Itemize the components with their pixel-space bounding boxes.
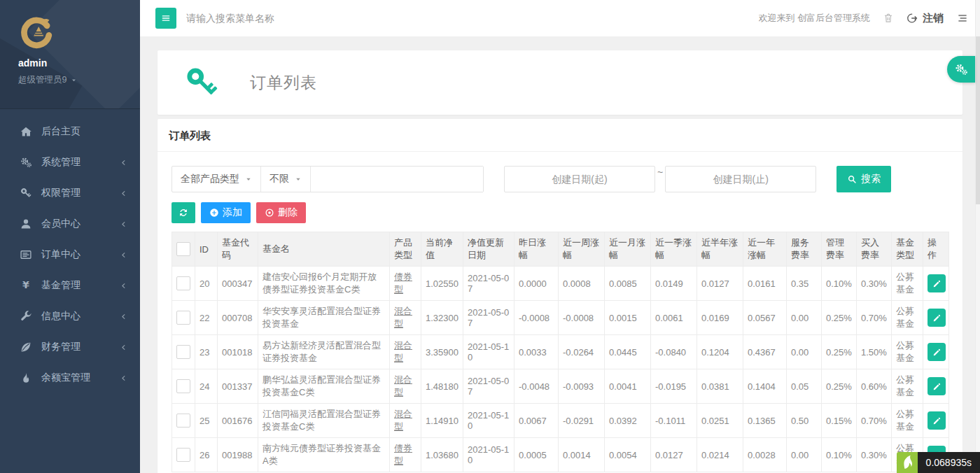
row-checkbox[interactable]	[176, 379, 190, 393]
search-button[interactable]: 搜索	[836, 166, 891, 192]
edit-row-button[interactable]	[927, 377, 946, 395]
cell-chg_quarter: 0.0127	[651, 438, 697, 472]
cell-nav: 1.03680	[421, 438, 463, 472]
date-to-input[interactable]	[665, 166, 816, 192]
row-check-cell	[172, 267, 195, 301]
cell-chg_month: 0.0041	[605, 369, 651, 404]
chevron-left-icon	[120, 344, 127, 351]
add-button[interactable]: 添加	[201, 202, 251, 223]
logout-icon	[906, 13, 918, 24]
sidebar-item-order[interactable]: 订单中心	[0, 239, 140, 270]
col-header-chg_week: 近一周涨幅	[559, 232, 605, 267]
sidebar-item-info[interactable]: 信息中心	[0, 301, 140, 332]
page-scrollbar[interactable]	[975, 0, 980, 473]
topbar: 欢迎来到 创富后台管理系统 注销	[140, 0, 980, 36]
theme-settings-tab[interactable]	[947, 56, 975, 83]
row-checkbox[interactable]	[176, 276, 190, 290]
cell-id: 23	[195, 335, 218, 369]
cell-mgmt_fee: 0.25%	[822, 301, 857, 335]
cell-code: 001018	[218, 335, 258, 369]
col-header-nav_date: 净值更新日期	[463, 232, 514, 267]
select-all-checkbox[interactable]	[176, 242, 190, 256]
sidebar-item-finance[interactable]: 财务管理	[0, 332, 140, 362]
col-header-type: 产品类型	[390, 232, 421, 267]
cell-nav_date: 2021-05-07	[463, 369, 514, 404]
cell-buy_fee: 1.50%	[857, 335, 892, 369]
sidebar-item-yuebao[interactable]: 余额宝管理	[0, 362, 140, 393]
cell-name: 易方达新经济灵活配置混合型证券投资基金	[258, 335, 390, 369]
home-icon	[20, 125, 32, 138]
logout-label: 注销	[923, 12, 944, 25]
delete-button[interactable]: 删除	[256, 202, 306, 223]
row-checkbox[interactable]	[176, 414, 190, 428]
clear-cache-button[interactable]	[883, 13, 894, 24]
row-check-cell	[172, 438, 195, 472]
cell-chg_day: 0.0033	[514, 335, 559, 369]
row-checkbox[interactable]	[176, 311, 190, 325]
row-checkbox[interactable]	[176, 345, 190, 359]
thinkphp-flame-icon[interactable]	[897, 452, 918, 473]
cell-chg_week: -0.0008	[559, 301, 605, 335]
sidebar-item-fund[interactable]: ¥基金管理	[0, 270, 140, 301]
cell-action	[923, 335, 949, 369]
edit-row-button[interactable]	[927, 309, 946, 327]
cell-nav: 1.32300	[421, 301, 463, 335]
table-row: 24001337鹏华弘益灵活配置混合型证券投资基金C类混合型1.48180202…	[172, 369, 949, 404]
user-icon	[20, 218, 32, 230]
scope-select[interactable]: 不限	[261, 167, 311, 192]
order-list-card: 订单列表 全部产品类型 不限	[158, 119, 962, 473]
cell-category: 公募基金	[892, 267, 923, 301]
cell-nav: 1.48180	[421, 369, 463, 404]
cell-chg_day: 0.0067	[514, 404, 559, 438]
edit-row-button[interactable]	[927, 343, 946, 361]
sidebar-item-permission[interactable]: 权限管理	[0, 178, 140, 209]
col-header-buy_fee: 买入费率	[857, 232, 892, 267]
cell-id: 20	[195, 267, 218, 301]
cell-chg_quarter: -0.1011	[651, 404, 697, 438]
sidebar-item-home[interactable]: 后台主页	[0, 116, 140, 147]
row-checkbox[interactable]	[176, 448, 190, 462]
welcome-text: 欢迎来到 创富后台管理系统	[758, 12, 870, 24]
cell-buy_fee: 0.70%	[857, 301, 892, 335]
table-body: 20000347建信安心回报6个月定期开放债券型证券投资基金C类债券型1.025…	[172, 267, 949, 472]
collapse-sidebar-button[interactable]	[155, 8, 176, 29]
date-from-input[interactable]	[504, 166, 655, 192]
cell-code: 001337	[218, 369, 258, 404]
menu-search-input[interactable]	[186, 13, 368, 24]
cell-nav: 1.14910	[421, 404, 463, 438]
cell-service_fee: 0.35	[787, 267, 822, 301]
order-icon	[20, 248, 32, 261]
cell-service_fee: 0.00	[787, 301, 822, 335]
chevron-left-icon	[120, 159, 127, 167]
cell-chg_week: 0.0014	[559, 438, 605, 472]
keyword-input[interactable]	[311, 167, 483, 192]
cell-type: 混合型	[390, 404, 421, 438]
bars-icon	[956, 12, 969, 24]
theme-switch-button[interactable]	[956, 12, 969, 24]
chevron-left-icon	[120, 313, 127, 320]
scrollbar-thumb[interactable]	[976, 36, 980, 204]
cell-id: 26	[195, 438, 218, 472]
select-all-cell	[172, 232, 195, 267]
role-dropdown[interactable]: 超级管理员9	[18, 74, 140, 86]
sidebar-menu: 后台主页系统管理权限管理会员中心订单中心¥基金管理信息中心财务管理余额宝管理	[0, 109, 140, 393]
sidebar-item-system[interactable]: 系统管理	[0, 147, 140, 178]
yen-icon: ¥	[20, 279, 32, 292]
product-type-value: 全部产品类型	[181, 173, 239, 185]
logout-button[interactable]: 注销	[906, 12, 944, 25]
cell-type: 混合型	[390, 335, 421, 369]
row-check-cell	[172, 404, 195, 438]
cell-chg_week: -0.0264	[559, 335, 605, 369]
filter-row: 全部产品类型 不限 ~	[172, 166, 948, 192]
cell-nav: 1.02550	[421, 267, 463, 301]
hamburger-icon	[160, 13, 172, 24]
edit-row-button[interactable]	[927, 411, 946, 430]
sidebar-item-member[interactable]: 会员中心	[0, 209, 140, 239]
product-type-select[interactable]: 全部产品类型	[172, 167, 261, 192]
sidebar-item-label: 财务管理	[41, 341, 120, 353]
edit-row-button[interactable]	[927, 274, 946, 292]
toolbar: 全部产品类型 不限 ~	[158, 152, 962, 472]
cell-chg_year: 0.4367	[743, 335, 787, 369]
refresh-button[interactable]	[172, 202, 195, 223]
render-time: 0.068935s	[918, 452, 980, 473]
